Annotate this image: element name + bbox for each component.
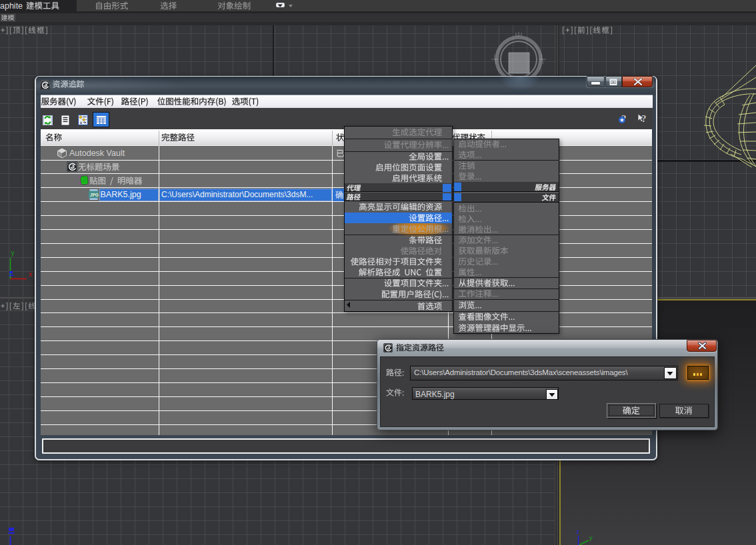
svg-text:z: z <box>577 528 580 535</box>
svg-text:y: y <box>589 534 593 541</box>
svg-text:y: y <box>11 249 15 257</box>
svg-text:x: x <box>29 271 32 278</box>
svg-text:JPG: JPG <box>89 192 98 197</box>
